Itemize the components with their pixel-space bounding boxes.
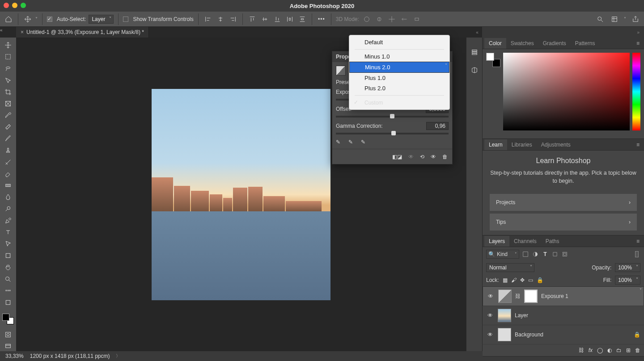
auto-select-type[interactable]: Layer (89, 15, 114, 24)
offset-slider[interactable] (336, 116, 449, 118)
reset-icon[interactable]: ⟲ (420, 154, 424, 160)
tab-patterns[interactable]: Patterns (571, 38, 600, 49)
hue-slider[interactable] (632, 53, 640, 130)
layer-row[interactable]: 👁 Layer (483, 306, 644, 325)
type-tool[interactable] (2, 227, 14, 237)
workspace-icon[interactable] (610, 14, 619, 24)
libraries-panel-icon[interactable] (470, 65, 479, 75)
clip-to-layer-icon[interactable]: ◧◪ (392, 154, 402, 160)
layer-row[interactable]: 👁 Background 🔒 (483, 325, 644, 344)
share-icon[interactable] (631, 14, 640, 24)
hand-tool[interactable] (2, 262, 14, 272)
filter-toggle[interactable] (633, 251, 640, 258)
eyedropper-set-gray-icon[interactable]: ✎ (348, 139, 353, 145)
eyedropper-set-white-icon[interactable]: ✎ (361, 139, 365, 145)
fg-bg-color[interactable] (486, 53, 500, 67)
preset-option-plus2[interactable]: Plus 2.0 (349, 83, 449, 93)
filter-shape-icon[interactable] (551, 251, 559, 258)
minimize-window[interactable] (12, 3, 17, 8)
align-vcenter-icon[interactable] (260, 14, 270, 24)
align-hcenter-icon[interactable] (216, 14, 225, 24)
quick-mask-icon[interactable] (2, 330, 14, 340)
tab-gradients[interactable]: Gradients (538, 38, 571, 49)
path-select-tool[interactable] (2, 239, 14, 249)
tab-layers[interactable]: Layers (484, 236, 509, 247)
close-tab-icon[interactable]: × (21, 29, 24, 35)
learn-projects-row[interactable]: Projects› (490, 194, 637, 211)
frame-tool[interactable] (2, 99, 14, 109)
filter-adjust-icon[interactable] (532, 251, 539, 258)
layer-filter-kind[interactable]: 🔍Kind˅ (486, 250, 519, 259)
delete-adjustment-icon[interactable]: 🗑 (442, 154, 448, 160)
foreground-background-swatch[interactable] (2, 314, 14, 324)
delete-layer-icon[interactable]: 🗑 (635, 347, 640, 353)
zoom-level[interactable]: 33,33% (5, 353, 24, 359)
preset-option-minus1[interactable]: Minus 1.0 (349, 51, 449, 62)
move-tool[interactable] (2, 40, 14, 50)
blur-tool[interactable] (2, 192, 14, 202)
panel-menu-icon[interactable]: ≡ (636, 238, 642, 244)
lock-transparent-icon[interactable]: ▦ (503, 277, 508, 283)
opacity-value[interactable]: 100% (615, 263, 640, 272)
eyedropper-set-black-icon[interactable]: ✎ (336, 139, 340, 145)
filter-smart-icon[interactable] (561, 251, 568, 258)
learn-tips-row[interactable]: Tips› (490, 214, 637, 231)
distribute-v-icon[interactable] (297, 14, 307, 24)
shape-tool[interactable] (2, 251, 14, 260)
tab-learn[interactable]: Learn (484, 139, 507, 150)
show-transform-checkbox[interactable] (123, 17, 128, 22)
visibility-icon[interactable]: 👁 (486, 312, 494, 319)
distribute-h-icon[interactable] (285, 14, 295, 24)
tab-swatches[interactable]: Swatches (506, 38, 538, 49)
tab-libraries[interactable]: Libraries (507, 139, 537, 150)
color-field[interactable] (503, 53, 630, 130)
mask-thumb[interactable] (524, 290, 538, 303)
link-icon[interactable]: ⛓ (515, 293, 521, 299)
screen-mode-icon[interactable] (2, 341, 14, 351)
eyedropper-tool[interactable] (2, 110, 14, 120)
group-icon[interactable]: 🗀 (616, 347, 622, 353)
maximize-window[interactable] (21, 3, 26, 8)
auto-select-checkbox[interactable] (47, 17, 52, 22)
zoom-tool[interactable] (2, 274, 14, 284)
gamma-slider[interactable] (336, 133, 449, 134)
close-window[interactable] (4, 3, 9, 8)
filter-image-icon[interactable] (522, 251, 529, 258)
move-tool-icon[interactable] (23, 14, 33, 24)
lock-all-icon[interactable]: 🔒 (537, 277, 543, 283)
lock-artboard-icon[interactable]: ▭ (528, 277, 533, 283)
align-right-icon[interactable] (228, 14, 238, 24)
tab-adjustments[interactable]: Adjustments (537, 139, 575, 150)
visibility-icon[interactable]: 👁 (487, 293, 495, 299)
history-panel-icon[interactable] (470, 47, 479, 57)
align-left-icon[interactable] (203, 14, 213, 24)
preset-option-custom[interactable]: ✓Custom (349, 97, 449, 108)
tab-paths[interactable]: Paths (541, 236, 564, 247)
fill-value[interactable]: 100% (615, 276, 640, 285)
tab-channels[interactable]: Channels (509, 236, 541, 247)
toggle-previous-icon[interactable]: 👁 (408, 154, 414, 160)
tab-color[interactable]: Color (484, 38, 506, 49)
panel-menu-icon[interactable]: ≡ (636, 40, 642, 46)
eraser-tool[interactable] (2, 169, 14, 179)
blend-mode-select[interactable]: Normal (486, 263, 534, 272)
visibility-toggle-icon[interactable]: 👁 (431, 154, 436, 160)
adjustment-layer-icon[interactable]: ◐ (607, 347, 612, 353)
layer-name[interactable]: Background (515, 332, 543, 338)
preset-option-minus2[interactable]: Minus 2.0 (349, 62, 449, 73)
quick-select-tool[interactable] (2, 76, 14, 85)
more-options-icon[interactable]: ••• (317, 14, 326, 24)
layer-name[interactable]: Exposure 1 (541, 293, 568, 299)
layer-row[interactable]: 👁 ⛓ Exposure 1 (483, 286, 644, 306)
layer-mask-icon[interactable]: ◯ (597, 347, 603, 353)
preset-option-plus1[interactable]: Plus 1.0 (349, 73, 449, 83)
heal-tool[interactable] (2, 122, 14, 132)
visibility-icon[interactable]: 👁 (486, 332, 494, 338)
document-tab[interactable]: × Untitled-1 @ 33,3% (Exposure 1, Layer … (16, 27, 149, 38)
gamma-value[interactable]: 0,96 (426, 122, 449, 130)
lasso-tool[interactable] (2, 63, 14, 73)
crop-tool[interactable] (2, 87, 14, 97)
status-flyout-icon[interactable]: 〉 (116, 353, 120, 359)
dodge-tool[interactable] (2, 204, 14, 214)
lock-pixels-icon[interactable]: 🖌 (511, 277, 517, 283)
